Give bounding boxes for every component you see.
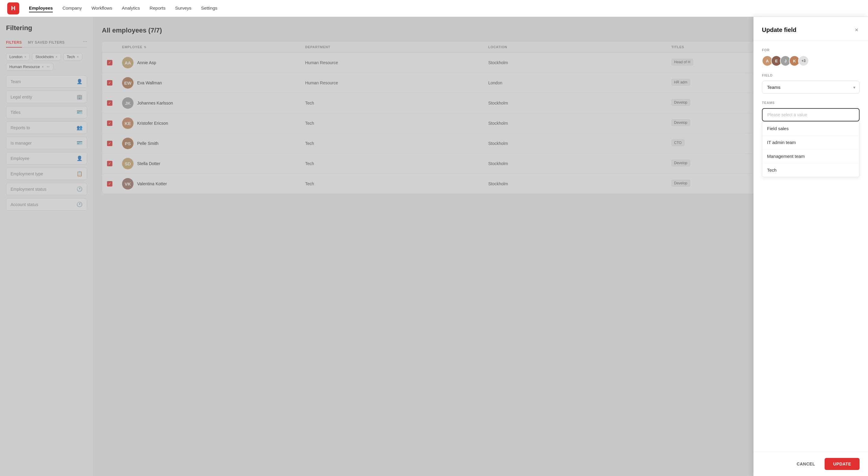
selected-avatars: AEJK+3 <box>762 56 860 66</box>
dropdown-option[interactable]: Management team <box>762 150 859 163</box>
nav-item-company[interactable]: Company <box>62 4 82 12</box>
dropdown-option[interactable]: Tech <box>762 163 859 177</box>
teams-search-input[interactable] <box>762 108 860 121</box>
cancel-button[interactable]: CANCEL <box>790 458 821 469</box>
field-select[interactable]: Teams <box>762 81 860 94</box>
panel-title: Update field <box>762 27 796 33</box>
for-label: FOR <box>762 48 860 52</box>
nav-item-surveys[interactable]: Surveys <box>175 4 191 12</box>
panel-avatar: +3 <box>798 56 809 66</box>
nav-item-analytics[interactable]: Analytics <box>122 4 140 12</box>
nav-items: Employees Company Workflows Analytics Re… <box>29 4 217 12</box>
close-panel-button[interactable]: × <box>854 25 860 35</box>
dropdown-option[interactable]: IT admin team <box>762 135 859 150</box>
update-button[interactable]: UPDATE <box>825 458 860 470</box>
teams-dropdown: Field salesIT admin teamManagement teamT… <box>762 121 860 177</box>
nav-item-settings[interactable]: Settings <box>201 4 217 12</box>
teams-label: TEAMS <box>762 101 860 104</box>
dropdown-option[interactable]: Field sales <box>762 122 859 135</box>
field-select-wrapper: Teams ▾ <box>762 81 860 94</box>
panel-header: Update field × <box>753 17 868 41</box>
panel-body: FOR AEJK+3 FIELD Teams ▾ TEAMS Field sal… <box>753 41 868 452</box>
update-field-panel: Update field × FOR AEJK+3 FIELD Teams ▾ … <box>753 17 868 476</box>
nav-item-reports[interactable]: Reports <box>150 4 165 12</box>
panel-footer: CANCEL UPDATE <box>753 452 868 476</box>
nav-item-employees[interactable]: Employees <box>29 4 53 12</box>
app-logo[interactable]: H <box>7 2 19 14</box>
page-layout: Filtering FILTERS MY SAVED FILTERS ··· L… <box>0 17 868 476</box>
field-label: FIELD <box>762 73 860 77</box>
navigation: H Employees Company Workflows Analytics … <box>0 0 868 17</box>
nav-item-workflows[interactable]: Workflows <box>91 4 112 12</box>
modal-overlay <box>0 17 868 476</box>
